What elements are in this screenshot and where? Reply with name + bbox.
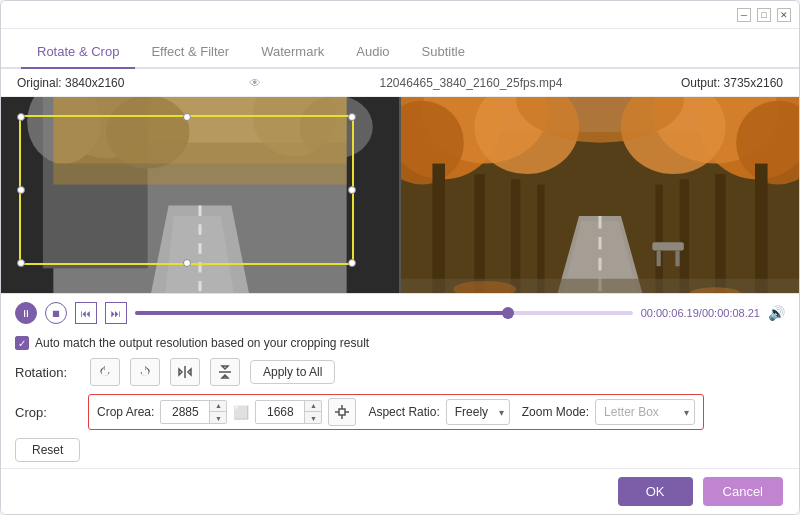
crop-dimension-separator: ⬜ [233,405,249,420]
auto-match-row: ✓ Auto match the output resolution based… [1,332,799,354]
video-frame-right-svg [401,97,799,293]
crop-height-input[interactable]: ▲ ▼ [255,400,322,424]
apply-to-all-button[interactable]: Apply to All [250,360,335,384]
prev-frame-button[interactable]: ⏮ [75,302,97,324]
window-controls: ─ □ ✕ [737,8,791,22]
video-panel-left [1,97,401,293]
flip-vertical-icon [217,364,233,380]
auto-match-checkbox[interactable]: ✓ [15,336,29,350]
time-total: 00:00:08.21 [702,307,760,319]
crop-height-spinners: ▲ ▼ [304,400,321,424]
zoom-mode-select[interactable]: Letter Box Pan & Scan Full [595,399,695,425]
center-crop-button[interactable] [328,398,356,426]
time-current: 00:00:06.19 [641,307,699,319]
progress-thumb[interactable] [502,307,514,319]
crop-handle-bottom-left[interactable] [17,259,25,267]
minimize-button[interactable]: ─ [737,8,751,22]
aspect-ratio-select[interactable]: Freely 16:9 4:3 1:1 9:16 [446,399,510,425]
main-window: ─ □ ✕ Rotate & Crop Effect & Filter Wate… [0,0,800,515]
crop-width-up[interactable]: ▲ [210,400,226,412]
rotation-label: Rotation: [15,365,80,380]
flip-horizontal-button[interactable] [170,358,200,386]
reset-button[interactable]: Reset [15,438,80,462]
controls-area: ⏸ ⏹ ⏮ ⏭ 00:00:06.19/00:00:08.21 🔊 ✓ Auto… [1,293,799,468]
reset-row: Reset [1,434,799,468]
ok-button[interactable]: OK [618,477,693,506]
volume-icon[interactable]: 🔊 [768,305,785,321]
crop-section: Crop Area: ▲ ▼ ⬜ ▲ ▼ [88,394,704,430]
zoom-mode-section: Zoom Mode: Letter Box Pan & Scan Full [522,399,695,425]
video-panel-right [401,97,799,293]
close-button[interactable]: ✕ [777,8,791,22]
aspect-ratio-wrapper: Freely 16:9 4:3 1:1 9:16 [446,399,510,425]
auto-match-label: Auto match the output resolution based o… [35,336,369,350]
playback-bar: ⏸ ⏹ ⏮ ⏭ 00:00:06.19/00:00:08.21 🔊 [1,294,799,332]
crop-row: Crop: Crop Area: ▲ ▼ ⬜ ▲ ▼ [1,390,799,434]
crop-handle-top-left[interactable] [17,113,25,121]
next-frame-button[interactable]: ⏭ [105,302,127,324]
title-bar: ─ □ ✕ [1,1,799,29]
rotate-right-icon [137,364,153,380]
video-area [1,97,799,293]
crop-width-spinners: ▲ ▼ [209,400,226,424]
crop-area-label: Crop Area: [97,405,154,419]
crop-handle-top-right[interactable] [348,113,356,121]
crop-label: Crop: [15,405,80,420]
output-resolution: Output: 3735x2160 [681,76,783,90]
rotation-row: Rotation: Apply to All [1,354,799,390]
filename: 12046465_3840_2160_25fps.mp4 [380,76,563,90]
stop-button[interactable]: ⏹ [45,302,67,324]
crop-width-input[interactable]: ▲ ▼ [160,400,227,424]
crop-handle-bottom-right[interactable] [348,259,356,267]
svg-rect-43 [401,97,799,293]
info-bar: Original: 3840x2160 👁 12046465_3840_2160… [1,69,799,97]
tab-effect-filter[interactable]: Effect & Filter [135,36,245,69]
tab-bar: Rotate & Crop Effect & Filter Watermark … [1,29,799,69]
crop-handle-bottom-middle[interactable] [183,259,191,267]
crop-overlay[interactable] [19,115,354,265]
flip-horizontal-icon [177,364,193,380]
footer: OK Cancel [1,468,799,514]
rotate-right-button[interactable] [130,358,160,386]
cancel-button[interactable]: Cancel [703,477,783,506]
zoom-mode-label: Zoom Mode: [522,405,589,419]
rotate-left-button[interactable] [90,358,120,386]
crop-handle-middle-right[interactable] [348,186,356,194]
progress-fill [135,311,508,315]
tab-subtitle[interactable]: Subtitle [406,36,481,69]
center-icon [334,404,350,420]
time-display: 00:00:06.19/00:00:08.21 [641,307,760,319]
tab-watermark[interactable]: Watermark [245,36,340,69]
flip-vertical-button[interactable] [210,358,240,386]
crop-handle-top-middle[interactable] [183,113,191,121]
crop-height-down[interactable]: ▼ [305,412,321,424]
zoom-mode-wrapper: Letter Box Pan & Scan Full [595,399,695,425]
pause-button[interactable]: ⏸ [15,302,37,324]
crop-height-up[interactable]: ▲ [305,400,321,412]
eye-icon[interactable]: 👁 [249,76,261,90]
aspect-ratio-label: Aspect Ratio: [368,405,439,419]
aspect-ratio-section: Aspect Ratio: Freely 16:9 4:3 1:1 9:16 [368,399,509,425]
maximize-button[interactable]: □ [757,8,771,22]
original-resolution: Original: 3840x2160 [17,76,124,90]
rotate-left-icon [97,364,113,380]
crop-width-field[interactable] [161,405,209,419]
tab-audio[interactable]: Audio [340,36,405,69]
svg-rect-48 [339,409,345,415]
crop-handle-middle-left[interactable] [17,186,25,194]
crop-height-field[interactable] [256,405,304,419]
tab-rotate-crop[interactable]: Rotate & Crop [21,36,135,69]
progress-track[interactable] [135,311,633,315]
crop-width-down[interactable]: ▼ [210,412,226,424]
